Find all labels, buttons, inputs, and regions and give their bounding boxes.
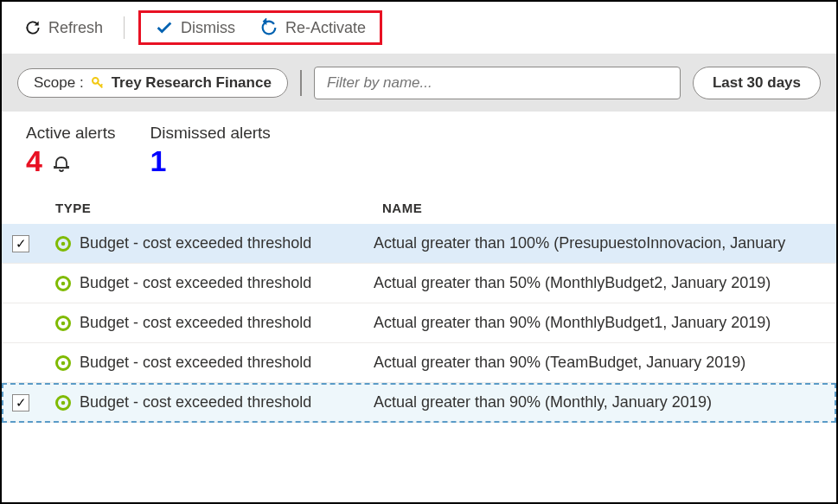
scope-value: Trey Research Finance bbox=[112, 74, 272, 92]
refresh-label: Refresh bbox=[48, 19, 103, 37]
budget-icon bbox=[55, 236, 71, 252]
filter-bar: Scope : Trey Research Finance Last 30 da… bbox=[2, 54, 836, 112]
date-range-selector[interactable]: Last 30 days bbox=[693, 67, 821, 99]
active-alerts-stat: Active alerts 4 bbox=[26, 124, 115, 178]
col-header-type[interactable]: TYPE bbox=[55, 201, 382, 215]
row-type: Budget - cost exceeded threshold bbox=[80, 354, 311, 372]
dismissed-alerts-label: Dismissed alerts bbox=[150, 124, 270, 143]
dismiss-label: Dismiss bbox=[181, 19, 235, 37]
row-checkbox[interactable]: ✓ bbox=[12, 235, 29, 252]
row-type: Budget - cost exceeded threshold bbox=[80, 274, 311, 292]
row-name: Actual greater than 90% (MonthlyBudget1,… bbox=[374, 314, 826, 332]
refresh-icon bbox=[24, 19, 42, 36]
reactivate-label: Re-Activate bbox=[285, 19, 366, 37]
row-name: Actual greater than 90% (TeamBudget, Jan… bbox=[374, 354, 826, 372]
budget-icon bbox=[55, 395, 71, 411]
dismiss-button[interactable]: Dismiss bbox=[148, 15, 242, 41]
table-row[interactable]: ✓ Budget - cost exceeded threshold Actua… bbox=[2, 383, 836, 423]
table-header: TYPE NAME bbox=[2, 185, 836, 224]
dismissed-alerts-stat: Dismissed alerts 1 bbox=[150, 124, 270, 178]
budget-icon bbox=[55, 355, 71, 371]
active-alerts-count: 4 bbox=[26, 144, 42, 178]
row-checkbox[interactable]: ✓ bbox=[12, 394, 29, 411]
filter-by-name-input[interactable] bbox=[314, 67, 681, 99]
refresh-button[interactable]: Refresh bbox=[17, 16, 110, 41]
col-header-name[interactable]: NAME bbox=[382, 201, 817, 215]
filter-separator bbox=[300, 70, 302, 96]
svg-point-2 bbox=[61, 241, 66, 246]
toolbar-separator bbox=[124, 16, 125, 39]
svg-point-4 bbox=[61, 281, 66, 285]
svg-point-6 bbox=[61, 321, 66, 325]
key-icon bbox=[91, 76, 105, 90]
svg-point-10 bbox=[61, 400, 66, 405]
command-bar: Refresh Dismiss Re-Activate bbox=[2, 2, 836, 54]
active-alerts-label: Active alerts bbox=[26, 124, 115, 143]
scope-selector[interactable]: Scope : Trey Research Finance bbox=[17, 68, 288, 98]
reactivate-button[interactable]: Re-Activate bbox=[253, 15, 373, 41]
stats-row: Active alerts 4 Dismissed alerts 1 bbox=[2, 112, 836, 185]
row-name: Actual greater than 100% (PresupuestoInn… bbox=[374, 234, 826, 252]
bell-icon bbox=[51, 151, 72, 172]
table-row[interactable]: Budget - cost exceeded threshold Actual … bbox=[2, 343, 836, 383]
table-row[interactable]: ✓ Budget - cost exceeded threshold Actua… bbox=[2, 224, 836, 264]
row-type: Budget - cost exceeded threshold bbox=[80, 393, 311, 411]
budget-icon bbox=[55, 316, 71, 331]
check-icon bbox=[155, 18, 174, 37]
app-window: Refresh Dismiss Re-Activate Scope : bbox=[0, 0, 838, 504]
row-name: Actual greater than 50% (MonthlyBudget2,… bbox=[374, 274, 826, 292]
highlighted-actions: Dismiss Re-Activate bbox=[138, 10, 382, 45]
dismissed-alerts-count: 1 bbox=[150, 144, 166, 178]
table-row[interactable]: Budget - cost exceeded threshold Actual … bbox=[2, 303, 836, 343]
table-row[interactable]: Budget - cost exceeded threshold Actual … bbox=[2, 264, 836, 303]
row-type: Budget - cost exceeded threshold bbox=[80, 234, 311, 252]
undo-icon bbox=[259, 18, 278, 37]
scope-prefix: Scope : bbox=[34, 74, 84, 92]
svg-point-8 bbox=[61, 360, 66, 365]
budget-icon bbox=[55, 276, 71, 291]
row-type: Budget - cost exceeded threshold bbox=[80, 314, 311, 332]
row-name: Actual greater than 90% (Monthly, Januar… bbox=[374, 393, 826, 411]
